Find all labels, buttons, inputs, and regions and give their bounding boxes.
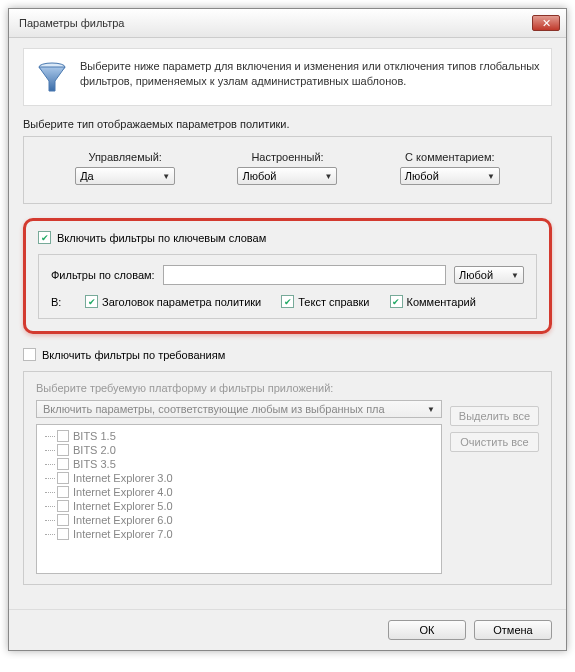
configured-value: Любой — [242, 170, 276, 182]
close-button[interactable]: ✕ — [532, 15, 560, 31]
platform-item: Internet Explorer 7.0 — [39, 527, 439, 541]
configured-column: Настроенный: Любой ▼ — [237, 151, 337, 185]
keyword-inner-box: Фильтры по словам: Любой ▼ В: ✔ Заголово… — [38, 254, 537, 319]
platform-item: BITS 1.5 — [39, 429, 439, 443]
keyword-filter-section: ✔ Включить фильтры по ключевым словам Фи… — [23, 218, 552, 334]
ok-button[interactable]: ОК — [388, 620, 466, 640]
platform-item: Internet Explorer 3.0 — [39, 471, 439, 485]
platform-list: BITS 1.5BITS 2.0BITS 3.5Internet Explore… — [36, 424, 442, 574]
platform-mode-value: Включить параметры, соответствующие любы… — [43, 403, 385, 415]
chevron-down-icon: ▼ — [511, 271, 519, 280]
configured-dropdown[interactable]: Любой ▼ — [237, 167, 337, 185]
managed-value: Да — [80, 170, 94, 182]
keyword-match-dropdown[interactable]: Любой ▼ — [454, 266, 524, 284]
keyword-within-row: В: ✔ Заголовок параметра политики ✔ Текс… — [51, 295, 524, 308]
managed-dropdown[interactable]: Да ▼ — [75, 167, 175, 185]
enable-requirements-row: Включить фильтры по требованиям — [23, 348, 552, 361]
within-help-item: ✔ Текст справки — [281, 295, 369, 308]
within-comment-label: Комментарий — [407, 296, 476, 308]
header-band: Выберите ниже параметр для включения и и… — [23, 48, 552, 106]
keyword-filter-row: Фильтры по словам: Любой ▼ — [51, 265, 524, 285]
within-label: В: — [51, 296, 65, 308]
platform-item-checkbox — [57, 458, 69, 470]
platform-item: BITS 2.0 — [39, 443, 439, 457]
within-title-checkbox[interactable]: ✔ — [85, 295, 98, 308]
platform-side-buttons: Выделить все Очистить все — [450, 406, 539, 574]
funnel-icon — [34, 59, 70, 95]
platform-item: Internet Explorer 4.0 — [39, 485, 439, 499]
platform-mode-dropdown: Включить параметры, соответствующие любы… — [36, 400, 442, 418]
platform-item-checkbox — [57, 472, 69, 484]
managed-label: Управляемый: — [75, 151, 175, 163]
commented-dropdown[interactable]: Любой ▼ — [400, 167, 500, 185]
platform-item-checkbox — [57, 514, 69, 526]
commented-label: С комментарием: — [400, 151, 500, 163]
managed-column: Управляемый: Да ▼ — [75, 151, 175, 185]
platform-item-label: BITS 2.0 — [73, 444, 116, 456]
platform-item: BITS 3.5 — [39, 457, 439, 471]
platform-item-label: BITS 3.5 — [73, 458, 116, 470]
keyword-filter-label: Фильтры по словам: — [51, 269, 155, 281]
enable-keyword-row: ✔ Включить фильтры по ключевым словам — [38, 231, 537, 244]
within-title-item: ✔ Заголовок параметра политики — [85, 295, 261, 308]
platform-item-checkbox — [57, 430, 69, 442]
commented-column: С комментарием: Любой ▼ — [400, 151, 500, 185]
cancel-button[interactable]: Отмена — [474, 620, 552, 640]
footer: ОК Отмена — [9, 609, 566, 650]
within-help-checkbox[interactable]: ✔ — [281, 295, 294, 308]
enable-keyword-checkbox[interactable]: ✔ — [38, 231, 51, 244]
enable-requirements-label: Включить фильтры по требованиям — [42, 349, 225, 361]
platform-item-label: Internet Explorer 3.0 — [73, 472, 173, 484]
header-description: Выберите ниже параметр для включения и и… — [80, 59, 541, 95]
commented-value: Любой — [405, 170, 439, 182]
within-comment-checkbox[interactable]: ✔ — [390, 295, 403, 308]
keyword-input[interactable] — [163, 265, 446, 285]
platform-item: Internet Explorer 5.0 — [39, 499, 439, 513]
within-help-label: Текст справки — [298, 296, 369, 308]
content-area: Выберите ниже параметр для включения и и… — [9, 38, 566, 609]
platform-item-checkbox — [57, 486, 69, 498]
platform-item-checkbox — [57, 500, 69, 512]
chevron-down-icon: ▼ — [162, 172, 170, 181]
titlebar[interactable]: Параметры фильтра ✕ — [9, 9, 566, 38]
chevron-down-icon: ▼ — [427, 405, 435, 414]
platform-box: Выберите требуемую платформу и фильтры п… — [23, 371, 552, 585]
platform-item-checkbox — [57, 528, 69, 540]
window-title: Параметры фильтра — [19, 17, 532, 29]
platform-item-label: Internet Explorer 4.0 — [73, 486, 173, 498]
platform-label: Выберите требуемую платформу и фильтры п… — [36, 382, 442, 394]
filter-options-dialog: Параметры фильтра ✕ Выберите ниже параме… — [8, 8, 567, 651]
platform-item-label: Internet Explorer 6.0 — [73, 514, 173, 526]
chevron-down-icon: ▼ — [325, 172, 333, 181]
chevron-down-icon: ▼ — [487, 172, 495, 181]
clear-all-button: Очистить все — [450, 432, 539, 452]
platform-left: Выберите требуемую платформу и фильтры п… — [36, 382, 442, 574]
within-comment-item: ✔ Комментарий — [390, 295, 476, 308]
platform-item-label: BITS 1.5 — [73, 430, 116, 442]
close-icon: ✕ — [542, 17, 551, 30]
platform-item-label: Internet Explorer 7.0 — [73, 528, 173, 540]
enable-requirements-checkbox[interactable] — [23, 348, 36, 361]
policy-group: Управляемый: Да ▼ Настроенный: Любой ▼ С… — [23, 136, 552, 204]
enable-keyword-label: Включить фильтры по ключевым словам — [57, 232, 266, 244]
within-title-label: Заголовок параметра политики — [102, 296, 261, 308]
requirements-section: Включить фильтры по требованиям Выберите… — [23, 348, 552, 585]
select-all-button: Выделить все — [450, 406, 539, 426]
configured-label: Настроенный: — [237, 151, 337, 163]
platform-item: Internet Explorer 6.0 — [39, 513, 439, 527]
platform-item-checkbox — [57, 444, 69, 456]
platform-item-label: Internet Explorer 5.0 — [73, 500, 173, 512]
keyword-match-value: Любой — [459, 269, 493, 281]
policy-prompt: Выберите тип отображаемых параметров пол… — [23, 118, 552, 130]
